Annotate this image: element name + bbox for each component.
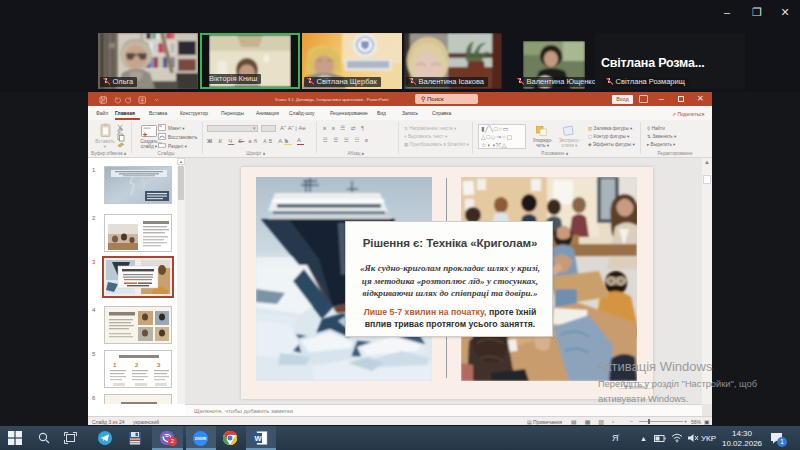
svg-text:W: W — [255, 434, 263, 443]
